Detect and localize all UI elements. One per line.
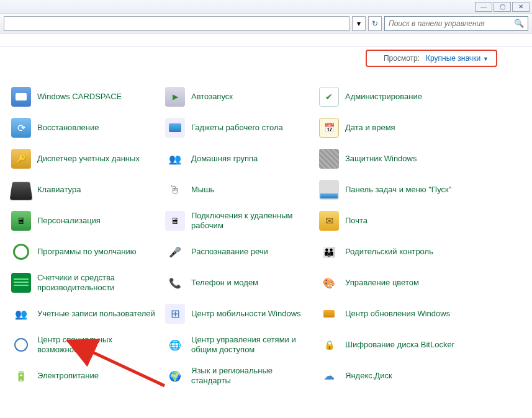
cpl-item-label: Windows CARDSPACE [37,92,122,102]
cpl-item-label: Панель задач и меню "Пуск" [345,185,451,195]
cpl-item-label: Центр специальных возможностей [37,335,155,354]
view-selector-highlight: Просмотр: Крупные значки▼ [366,50,497,67]
cpl-item-date-time[interactable]: Дата и время [319,117,480,139]
maximize-button[interactable]: ▢ [494,2,511,12]
cpl-item-mouse[interactable]: Мышь [165,179,314,201]
date-time-icon [319,118,339,138]
close-button[interactable]: ✕ [512,2,530,12]
credential-manager-icon [11,149,31,169]
cpl-item-windows-update[interactable]: Центр обновления Windows [319,303,480,325]
cardspace-icon [11,87,31,107]
cpl-item-label: Восстановление [37,123,99,133]
view-label: Просмотр: [384,54,420,63]
phone-modem-icon [165,273,185,293]
remote-desktop-icon [165,211,185,231]
cpl-item-label: Дата и время [345,123,395,133]
cpl-item-mail[interactable]: Почта [319,210,480,232]
cpl-item-homegroup[interactable]: Домашняя группа [165,148,314,170]
cpl-item-yandex-disk[interactable]: Яндекс.Диск [319,365,480,387]
cpl-item-label: Центр мобильности Windows [191,309,301,319]
cpl-item-color-management[interactable]: Управление цветом [319,272,480,294]
chevron-down-icon: ▼ [483,56,489,62]
cpl-item-label: Шифрование диска BitLocker [345,340,454,350]
autoplay-icon [165,87,185,107]
cpl-item-label: Родительский контроль [345,247,433,257]
search-input[interactable] [389,19,507,28]
cpl-item-phone-modem[interactable]: Телефон и модем [165,272,314,294]
cpl-item-cardspace[interactable]: Windows CARDSPACE [11,86,160,108]
cpl-item-label: Центр обновления Windows [345,309,450,319]
mail-icon [319,211,339,231]
cpl-item-user-accounts[interactable]: Учетные записи пользователей [11,303,160,325]
search-box[interactable]: 🔍 [384,16,528,31]
cpl-item-label: Управление цветом [345,278,419,288]
default-programs-icon [11,242,31,262]
ease-of-access-icon [11,335,31,355]
cpl-item-label: Электропитание [37,371,99,381]
network-sharing-icon [165,335,185,355]
cpl-item-performance[interactable]: Счетчики и средства производительности [11,272,160,294]
cpl-item-label: Учетные записи пользователей [37,309,155,319]
cpl-item-windows-defender[interactable]: Защитник Windows [319,148,480,170]
cpl-item-network-sharing[interactable]: Центр управления сетями и общим доступом [165,334,314,356]
cpl-item-default-programs[interactable]: Программы по умолчанию [11,241,160,263]
cpl-item-label: Распознавание речи [191,247,268,257]
search-icon: 🔍 [514,19,524,28]
window-titlebar: — ▢ ✕ [0,0,532,14]
cpl-item-recovery[interactable]: Восстановление [11,117,160,139]
refresh-button[interactable]: ↻ [368,16,382,31]
cpl-item-label: Подключения к удаленным рабочим [191,211,309,230]
minimize-button[interactable]: — [475,2,492,12]
cpl-item-keyboard[interactable]: Клавиатура [11,179,160,201]
cpl-item-bitlocker[interactable]: Шифрование диска BitLocker [319,334,480,356]
view-selector-row: Просмотр: Крупные значки▼ [0,47,532,71]
cpl-item-label: Язык и региональные стандарты [191,366,309,385]
path-dropdown-button[interactable]: ▾ [352,16,366,31]
cpl-item-parental-controls[interactable]: Родительский контроль [319,241,480,263]
cpl-item-region-language[interactable]: Язык и региональные стандарты [165,365,314,387]
cpl-item-speech-recognition[interactable]: Распознавание речи [165,241,314,263]
cpl-item-label: Центр управления сетями и общим доступом [191,335,309,354]
color-management-icon [319,273,339,293]
cpl-item-power-options[interactable]: Электропитание [11,365,160,387]
cpl-item-autoplay[interactable]: Автозапуск [165,86,314,108]
items-grid: Windows CARDSPACEАвтозапускАдминистриров… [11,86,526,387]
yandex-disk-icon [319,366,339,386]
breadcrumb-path[interactable] [4,16,349,31]
taskbar-startmenu-icon [319,180,339,200]
cpl-item-mobility-center[interactable]: Центр мобильности Windows [165,303,314,325]
control-panel-content: Windows CARDSPACEАвтозапускАдминистриров… [0,71,532,393]
homegroup-icon [165,149,185,169]
cpl-item-label: Администрирование [345,92,422,102]
cpl-item-label: Телефон и модем [191,278,258,288]
desktop-gadgets-icon [165,118,185,138]
cpl-item-label: Диспетчер учетных данных [37,154,140,164]
cpl-item-label: Мышь [191,185,214,195]
address-bar: ▾ ↻ 🔍 [0,14,532,33]
bitlocker-icon [319,335,339,355]
cpl-item-desktop-gadgets[interactable]: Гаджеты рабочего стола [165,117,314,139]
cpl-item-ease-of-access[interactable]: Центр специальных возможностей [11,334,160,356]
toolbar [0,33,532,47]
region-language-icon [165,366,185,386]
speech-recognition-icon [165,242,185,262]
keyboard-icon [9,182,32,200]
cpl-item-label: Защитник Windows [345,154,417,164]
cpl-item-label: Почта [345,216,367,226]
view-dropdown[interactable]: Крупные значки▼ [426,54,489,63]
parental-controls-icon [319,242,339,262]
windows-update-icon [319,304,339,324]
cpl-item-label: Гаджеты рабочего стола [191,123,283,133]
cpl-item-personalization[interactable]: Персонализация [11,210,160,232]
mouse-icon [165,180,185,200]
cpl-item-label: Автозапуск [191,92,233,102]
admin-tools-icon [319,87,339,107]
power-options-icon [11,366,31,386]
cpl-item-taskbar-startmenu[interactable]: Панель задач и меню "Пуск" [319,179,480,201]
cpl-item-credential-manager[interactable]: Диспетчер учетных данных [11,148,160,170]
windows-defender-icon [319,149,339,169]
cpl-item-label: Домашняя группа [191,154,258,164]
cpl-item-admin-tools[interactable]: Администрирование [319,86,480,108]
cpl-item-remote-desktop[interactable]: Подключения к удаленным рабочим [165,210,314,232]
cpl-item-label: Программы по умолчанию [37,247,136,257]
